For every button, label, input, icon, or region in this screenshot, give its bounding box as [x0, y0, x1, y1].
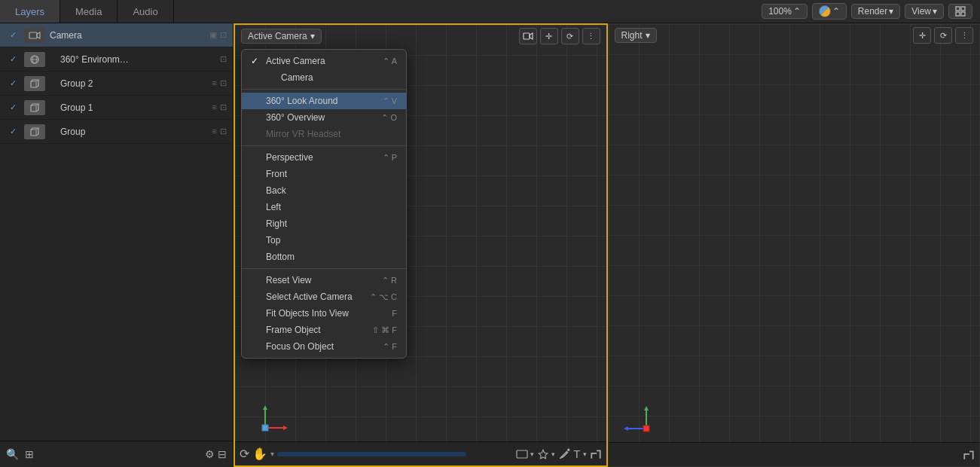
top-bar-right: 100% ⌃ ⌃ Render ▾ View ▾: [762, 3, 980, 20]
axis-gizmo-left: [250, 398, 295, 443]
menu-item-360-look-around[interactable]: 360° Look Around ⌃ V: [242, 93, 406, 109]
search-button[interactable]: 🔍: [6, 448, 19, 460]
text-btn[interactable]: T▾: [573, 447, 586, 460]
zoom-control[interactable]: 100% ⌃: [762, 4, 808, 19]
svg-marker-19: [644, 406, 649, 411]
layer-item[interactable]: ✓ Group ≡ ⊡: [0, 120, 233, 144]
layer-item[interactable]: ✓ Group 1 ≡ ⊡: [0, 96, 233, 120]
color-mode-btn[interactable]: ⌃: [812, 3, 847, 20]
tab-layers[interactable]: Layers: [0, 0, 60, 23]
menu-item-right[interactable]: Right: [242, 215, 406, 232]
layer-stack-icon: ≡: [212, 127, 217, 136]
add-layer-button[interactable]: ⊞: [25, 448, 34, 460]
axis-svg-left: [250, 398, 292, 439]
svg-marker-21: [624, 426, 628, 431]
visibility-toggle[interactable]: ✓: [6, 125, 20, 139]
layer-lock-icon[interactable]: ⊡: [220, 102, 227, 112]
tab-audio[interactable]: Audio: [118, 0, 173, 23]
menu-item-reset-view[interactable]: Reset View ⌃ R: [242, 272, 406, 288]
timeline-bar: [277, 452, 513, 456]
sidebar-empty-space: [0, 144, 233, 441]
layout-button[interactable]: ⊟: [218, 448, 227, 460]
layer-name: Group 1: [50, 102, 212, 113]
menu-item-360-overview[interactable]: 360° Overview ⌃ O: [242, 109, 406, 126]
group-icon: [29, 78, 40, 89]
tab-media[interactable]: Media: [60, 0, 118, 23]
layer-lock-icon[interactable]: ⊡: [220, 54, 227, 64]
axis-gizmo-right: [624, 398, 669, 444]
video-icon: [523, 32, 533, 40]
check-icon: ✓: [251, 56, 263, 66]
svg-rect-2: [956, 12, 960, 16]
layer-item[interactable]: ✓ 360° Environm… ⊡: [0, 47, 233, 72]
more-btn[interactable]: ⋮: [582, 28, 600, 44]
display-mode-btn[interactable]: ▾: [516, 448, 534, 460]
layer-lock-icon[interactable]: ⊡: [220, 30, 227, 40]
brush-icon: [558, 448, 570, 460]
menu-item-focus-object[interactable]: Focus On Object ⌃ F: [242, 338, 406, 355]
visibility-toggle[interactable]: ✓: [6, 101, 20, 114]
visibility-toggle[interactable]: ✓: [6, 29, 20, 42]
chevron-up-down-icon: ⌃: [793, 6, 801, 17]
corner-btn[interactable]: [590, 448, 602, 460]
visibility-toggle[interactable]: ✓: [6, 77, 20, 90]
layer-icon-1: ▣: [209, 30, 217, 40]
menu-item-perspective[interactable]: Perspective ⌃ P: [242, 149, 406, 166]
timeline-track[interactable]: [277, 452, 466, 456]
layer-thumbnail: [24, 100, 45, 115]
menu-item-frame-object[interactable]: Frame Object ⇧ ⌘ F: [242, 322, 406, 338]
move-btn[interactable]: ✛: [540, 28, 558, 44]
menu-item-bottom[interactable]: Bottom: [242, 249, 406, 265]
right-play-btn[interactable]: ⟳: [934, 27, 952, 44]
menu-item-camera[interactable]: Camera: [242, 69, 406, 86]
menu-item-active-camera[interactable]: ✓ Active Camera ⌃ A: [242, 53, 406, 69]
svg-rect-4: [29, 32, 37, 38]
render-quality-btn[interactable]: ▾: [537, 448, 555, 460]
menu-separator-2: [242, 145, 406, 146]
sidebar-bottom-right: ⚙ ⊟: [205, 448, 227, 460]
right-viewport[interactable]: Right ▾ ✛ ⟳ ⋮: [608, 23, 981, 467]
svg-rect-15: [262, 425, 268, 431]
viewports-area: Active Camera ▾ ✛ ⟳ ⋮: [234, 23, 980, 467]
visibility-toggle[interactable]: ✓: [6, 53, 20, 66]
menu-item-back[interactable]: Back: [242, 182, 406, 199]
play-btn[interactable]: ⟳: [561, 28, 579, 44]
right-camera-dropdown[interactable]: Right ▾: [615, 28, 657, 43]
right-move-btn[interactable]: ✛: [913, 27, 931, 44]
layer-item[interactable]: ✓ Group 2 ≡ ⊡: [0, 72, 233, 96]
menu-item-fit-objects[interactable]: Fit Objects Into View F: [242, 305, 406, 322]
layer-name: Group: [50, 127, 212, 137]
layer-stack-icon: ≡: [212, 102, 217, 112]
camera-dropdown[interactable]: Active Camera ▾: [241, 29, 322, 44]
svg-rect-22: [643, 426, 649, 432]
menu-item-select-active-camera[interactable]: Select Active Camera ⌃ ⌥ C: [242, 288, 406, 305]
menu-item-left[interactable]: Left: [242, 199, 406, 215]
orbit-tool-btn[interactable]: ⟳: [240, 447, 249, 461]
right-viewport-header: Right ▾ ✛ ⟳ ⋮: [609, 24, 980, 47]
svg-rect-9: [524, 33, 530, 39]
layer-name: Group 2: [50, 78, 212, 89]
menu-item-front[interactable]: Front: [242, 166, 406, 182]
right-corner-btn[interactable]: [963, 449, 975, 461]
svg-marker-5: [37, 32, 40, 38]
pan-tool-btn[interactable]: ✋: [252, 447, 267, 461]
view-btn[interactable]: View ▾: [905, 4, 944, 19]
layer-lock-icon[interactable]: ⊡: [220, 78, 227, 88]
viewport-dropdown-menu: ✓ Active Camera ⌃ A Camera 360° Look Aro…: [241, 49, 407, 359]
view-chevron-icon: ▾: [933, 6, 937, 17]
layer-thumbnail: [24, 124, 45, 139]
display-icon: [516, 448, 528, 460]
layer-lock-icon[interactable]: ⊡: [220, 127, 227, 136]
brush-btn[interactable]: [558, 448, 570, 460]
layer-item[interactable]: ✓ Camera ▣ ⊡: [0, 23, 233, 47]
axis-svg-right: [624, 398, 665, 440]
pan-chevron[interactable]: ▾: [270, 450, 274, 458]
settings-button[interactable]: ⚙: [205, 448, 215, 460]
right-more-btn[interactable]: ⋮: [955, 27, 973, 44]
menu-item-top[interactable]: Top: [242, 232, 406, 249]
render-btn[interactable]: Render ▾: [851, 4, 900, 19]
layout-btn[interactable]: [948, 4, 972, 19]
layer-thumbnail: [24, 28, 45, 43]
video-mode-btn[interactable]: [519, 28, 537, 44]
left-viewport[interactable]: Active Camera ▾ ✛ ⟳ ⋮: [234, 23, 608, 467]
